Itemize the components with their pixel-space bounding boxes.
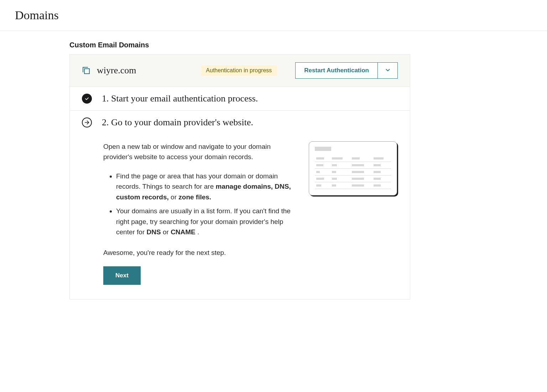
status-badge: Authentication in progress <box>201 65 277 76</box>
step-2-body: Open a new tab or window and navigate to… <box>70 132 410 299</box>
domain-card: wiyre.com Authentication in progress Res… <box>69 54 410 299</box>
domain-header: wiyre.com Authentication in progress Res… <box>70 54 410 87</box>
domain-name: wiyre.com <box>97 65 136 76</box>
page-title: Domains <box>0 0 547 31</box>
restart-authentication-button[interactable]: Restart Authentication <box>295 62 378 79</box>
arrow-right-circle-icon <box>82 117 92 127</box>
svg-rect-0 <box>84 69 89 74</box>
step-2-title: 2. Go to your domain provider's website. <box>102 117 253 128</box>
restart-authentication-dropdown[interactable] <box>378 62 398 79</box>
step-2-intro: Open a new tab or window and navigate to… <box>103 141 295 162</box>
domain-icon <box>82 66 90 75</box>
section-heading: Custom Email Domains <box>69 41 410 49</box>
restart-auth-group: Restart Authentication <box>295 62 398 79</box>
chevron-down-icon <box>385 67 391 74</box>
check-circle-icon <box>82 94 92 104</box>
step-2-bullet-2: Your domains are usually in a list form.… <box>116 206 295 237</box>
step-2-row[interactable]: 2. Go to your domain provider's website. <box>70 111 410 132</box>
step-1-row[interactable]: 1. Start your email authentication proce… <box>70 87 410 111</box>
step-2-ready: Awesome, you're ready for the next step. <box>103 247 295 258</box>
step-1-title: 1. Start your email authentication proce… <box>102 93 258 104</box>
next-button[interactable]: Next <box>103 266 141 285</box>
records-illustration <box>309 141 398 285</box>
step-2-bullet-1: Find the page or area that has your doma… <box>116 171 295 202</box>
